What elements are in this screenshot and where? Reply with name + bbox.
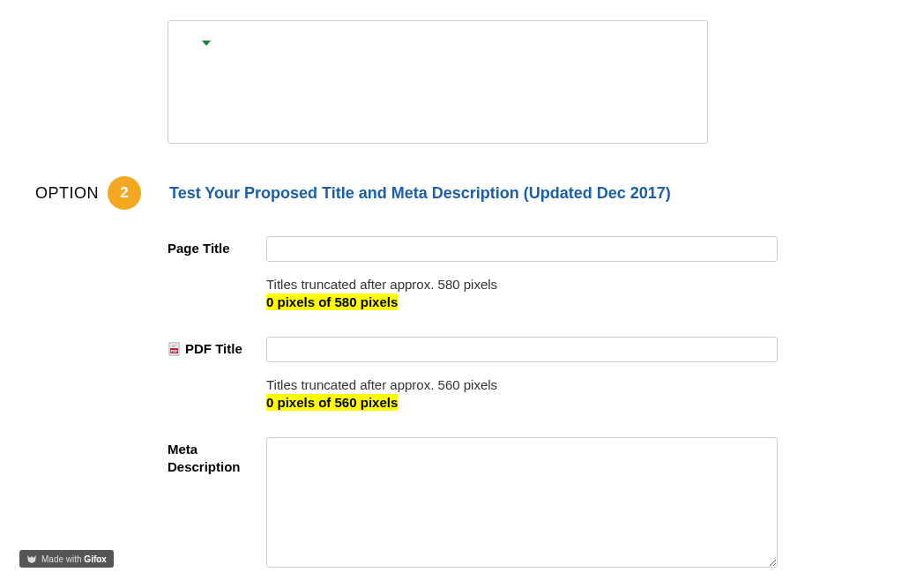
page-title-row: Page Title Titles truncated after approx… xyxy=(168,236,924,310)
gifox-badge[interactable]: Made with Gifox xyxy=(19,550,114,568)
pdf-title-label: PDF Title xyxy=(185,340,242,358)
meta-description-input[interactable] xyxy=(266,437,778,568)
dropdown-caret-icon[interactable] xyxy=(202,41,211,46)
page-title-help: Titles truncated after approx. 580 pixel… xyxy=(266,276,778,294)
meta-description-row: Meta Description This is a guide: Descri… xyxy=(168,437,924,587)
pdf-title-help: Titles truncated after approx. 560 pixel… xyxy=(266,376,778,394)
svg-text:PDF: PDF xyxy=(171,349,179,353)
pdf-title-row: PDF PDF Title Titles truncated after app… xyxy=(168,337,924,411)
pdf-title-counter: 0 pixels of 560 pixels xyxy=(266,394,398,412)
page-title-input[interactable] xyxy=(266,236,778,262)
pdf-title-input[interactable] xyxy=(266,337,778,362)
svg-rect-3 xyxy=(171,345,177,346)
fox-icon xyxy=(26,554,37,564)
preview-box xyxy=(168,20,708,144)
gifox-prefix: Made with xyxy=(41,554,82,564)
meta-description-label: Meta Description xyxy=(168,437,266,475)
option-title: Test Your Proposed Title and Meta Descri… xyxy=(169,184,671,203)
option-label: OPTION xyxy=(35,184,99,203)
option-number-badge: 2 xyxy=(108,176,141,210)
gifox-brand: Gifox xyxy=(84,554,107,564)
form-area: Page Title Titles truncated after approx… xyxy=(168,236,924,587)
svg-rect-4 xyxy=(171,346,175,347)
page-title-counter: 0 pixels of 580 pixels xyxy=(266,294,398,311)
page-title-label: Page Title xyxy=(168,236,266,257)
option-header: OPTION 2 Test Your Proposed Title and Me… xyxy=(35,176,924,210)
pdf-icon: PDF xyxy=(168,342,182,356)
